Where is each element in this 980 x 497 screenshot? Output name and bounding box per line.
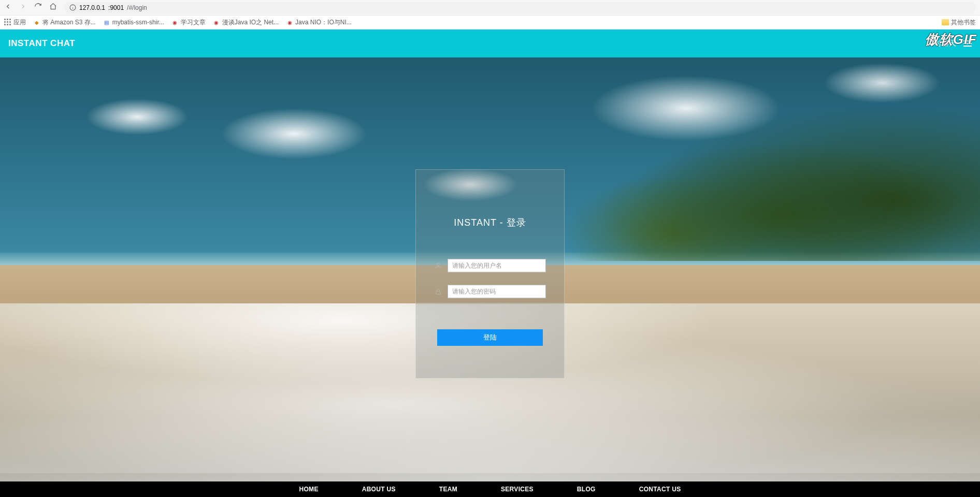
apps-icon [4, 19, 11, 26]
lock-icon [434, 288, 442, 295]
login-button[interactable]: 登陆 [437, 329, 543, 346]
footer-link-contact[interactable]: CONTACT US [639, 486, 681, 493]
login-card: INSTANT - 登录 登陆 [415, 169, 565, 378]
bookmark-icon: ▤ [103, 19, 110, 26]
hero-background: INSTANT - 登录 登陆 [0, 57, 980, 481]
bookmark-label: 漫谈Java IO之 Net... [222, 18, 279, 27]
bookmark-icon: ◉ [286, 19, 293, 26]
login-title: INSTANT - 登录 [454, 216, 526, 229]
url-path: /#/login [127, 4, 147, 11]
footer-nav: HOME ABOUT US TEAM SERVICES BLOG CONTACT… [0, 481, 980, 497]
home-button[interactable] [49, 3, 57, 12]
footer-link-blog[interactable]: BLOG [577, 486, 596, 493]
back-button[interactable] [4, 3, 12, 12]
brand-title: INSTANT CHAT [8, 38, 75, 49]
url-origin: 127.0.0.1 [79, 4, 105, 11]
other-bookmarks-label: 其他书签 [951, 18, 976, 27]
footer-link-services[interactable]: SERVICES [501, 486, 534, 493]
bookmark-item[interactable]: ▤mybatis-ssm-shir... [103, 19, 164, 26]
info-icon [69, 4, 76, 11]
footer-link-about[interactable]: ABOUT US [362, 486, 396, 493]
menu-button[interactable] [963, 39, 972, 48]
bookmark-item[interactable]: ◉学习文章 [171, 18, 206, 27]
forward-button[interactable] [19, 3, 27, 12]
footer-link-team[interactable]: TEAM [439, 486, 457, 493]
other-bookmarks[interactable]: 其他书签 [942, 18, 976, 27]
bookmark-label: 将 Amazon S3 存... [42, 18, 96, 27]
password-input[interactable] [448, 285, 546, 298]
header-link-chat[interactable]: 即时聊天 [927, 39, 956, 48]
bookmark-item[interactable]: ◆将 Amazon S3 存... [33, 18, 96, 27]
bookmarks-bar: 应用 ◆将 Amazon S3 存... ▤mybatis-ssm-shir..… [0, 16, 980, 30]
bookmark-icon: ◉ [171, 19, 179, 26]
bookmark-item[interactable]: ◉漫谈Java IO之 Net... [213, 18, 279, 27]
bookmark-label: mybatis-ssm-shir... [112, 19, 164, 26]
bookmark-icon: ◆ [33, 19, 40, 26]
reload-button[interactable] [34, 3, 42, 12]
svg-point-3 [437, 263, 440, 266]
bookmark-label: 学习文章 [181, 18, 206, 27]
url-port: :9001 [108, 4, 124, 11]
bookmark-icon: ◉ [213, 19, 220, 26]
bookmark-item[interactable]: ◉Java NIO：IO与NI... [286, 18, 352, 27]
app-header: INSTANT CHAT 即时聊天 [0, 30, 980, 57]
username-input[interactable] [448, 259, 546, 272]
apps-label: 应用 [13, 18, 26, 27]
footer-link-home[interactable]: HOME [299, 486, 318, 493]
folder-icon [942, 19, 949, 25]
address-bar[interactable]: 127.0.0.1:9001/#/login [64, 2, 976, 13]
browser-toolbar: 127.0.0.1:9001/#/login [0, 0, 980, 16]
user-icon [434, 262, 442, 269]
apps-button[interactable]: 应用 [4, 18, 26, 27]
svg-rect-4 [436, 291, 440, 294]
bookmark-label: Java NIO：IO与NI... [295, 18, 352, 27]
